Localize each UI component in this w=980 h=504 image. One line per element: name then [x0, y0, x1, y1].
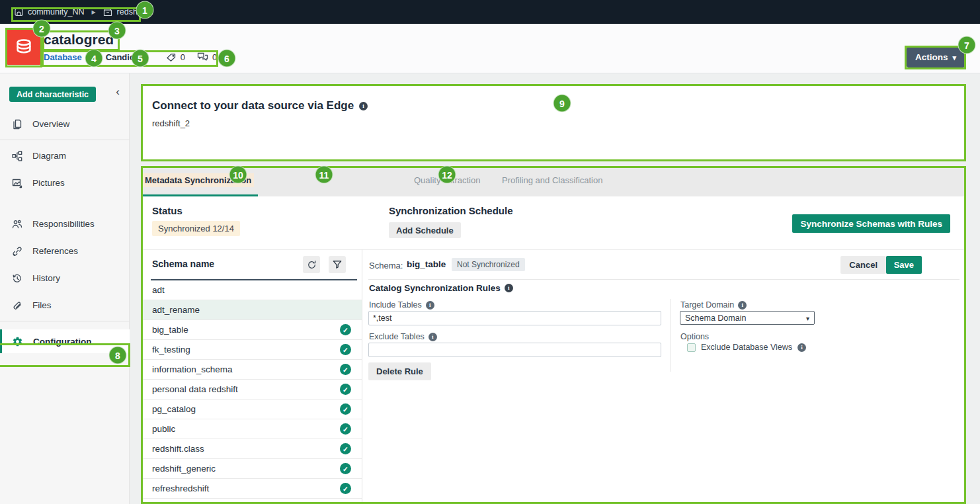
- breadcrumb: community_NN ▶ redshift_2: [15, 7, 153, 17]
- schema-row[interactable]: personal data redshift: [141, 380, 362, 399]
- target-domain-select[interactable]: Schema Domain: [680, 311, 815, 325]
- sidebar-divider: [0, 321, 130, 321]
- caret-down-icon: [952, 52, 956, 62]
- schema-row-name: information_schema: [152, 364, 340, 374]
- info-icon[interactable]: [797, 343, 806, 352]
- info-icon[interactable]: [505, 284, 513, 292]
- document-icon: [12, 119, 22, 130]
- schema-row[interactable]: pg_catalog: [141, 399, 362, 419]
- metadata-sync-panel: Metadata Synchronization Quality extract…: [141, 167, 966, 504]
- schema-row-name: redshift_generic: [152, 464, 340, 474]
- include-tables-label-text: Include Tables: [369, 300, 422, 310]
- add-schedule-button[interactable]: Add Schedule: [389, 222, 461, 238]
- rules-title-text: Catalog Synchronization Rules: [369, 283, 501, 293]
- sidebar-item-files[interactable]: Files: [0, 292, 130, 319]
- sidebar-item-label: History: [32, 273, 60, 283]
- breadcrumb-community[interactable]: community_NN: [28, 7, 84, 17]
- sidebar-item-configuration[interactable]: Configuration: [0, 329, 130, 353]
- sidebar-item-diagram[interactable]: Diagram: [0, 142, 130, 169]
- asset-meta-row: Database Candidate 0 0: [44, 52, 217, 62]
- synchronized-check-icon: [340, 324, 351, 335]
- schema-row[interactable]: adt_rename: [141, 300, 362, 320]
- info-icon[interactable]: [738, 301, 747, 310]
- gear-icon: [12, 336, 23, 347]
- tab-profiling-classification[interactable]: Profiling and Classification: [502, 175, 602, 185]
- schema-row[interactable]: fk_testing: [141, 340, 362, 360]
- schema-row[interactable]: adt: [141, 280, 362, 300]
- include-tables-label: Include Tables: [369, 300, 434, 310]
- sidebar-item-references[interactable]: References: [0, 237, 130, 265]
- schema-row[interactable]: public: [141, 419, 362, 439]
- schema-row-name: adt: [152, 285, 351, 295]
- target-domain-value: Schema Domain: [685, 314, 806, 323]
- schema-row[interactable]: redshift_generic: [141, 459, 362, 479]
- schema-row[interactable]: big_table: [141, 320, 362, 340]
- filter-button[interactable]: [329, 256, 346, 273]
- comment-counter[interactable]: 0: [197, 52, 217, 62]
- actions-button[interactable]: Actions: [907, 47, 965, 67]
- sidebar-item-overview[interactable]: Overview: [0, 110, 130, 138]
- schema-row-name: personal data redshift: [152, 384, 340, 394]
- save-button[interactable]: Save: [886, 256, 922, 274]
- sidebar-item-history[interactable]: History: [0, 265, 130, 292]
- schema-row-name: pg_catalog: [152, 404, 340, 414]
- sidebar-item-label: Configuration: [33, 337, 91, 347]
- comments-icon: [197, 52, 208, 62]
- add-characteristic-button[interactable]: Add characteristic: [9, 87, 96, 102]
- target-domain-label-text: Target Domain: [680, 300, 734, 310]
- exclude-tables-input[interactable]: [368, 343, 661, 357]
- diagram-icon: [12, 151, 22, 161]
- asset-header: catalogred Database Candidate 0 0 Action…: [0, 24, 980, 73]
- picture-icon: [12, 178, 22, 189]
- rules-title: Catalog Synchronization Rules: [369, 283, 513, 293]
- delete-rule-button[interactable]: Delete Rule: [368, 362, 431, 380]
- schema-row[interactable]: redshift.class: [141, 439, 362, 459]
- exclude-views-checkbox[interactable]: [687, 343, 696, 352]
- sync-tabbar: Metadata Synchronization Quality extract…: [141, 167, 966, 196]
- exclude-tables-label-text: Exclude Tables: [369, 332, 425, 341]
- schema-list-heading: Schema name: [152, 259, 214, 269]
- exclude-views-label: Exclude Database Views: [701, 343, 792, 352]
- synchronize-schemas-button[interactable]: Synchronize Schemas with Rules: [792, 214, 950, 233]
- refresh-button[interactable]: [303, 256, 320, 273]
- active-tab-underline: [141, 194, 258, 196]
- sidebar-item-pictures[interactable]: Pictures: [0, 169, 130, 196]
- sidebar-item-label: Overview: [32, 119, 69, 129]
- asset-status-label: Candidate: [106, 52, 147, 62]
- target-domain-label: Target Domain: [680, 300, 747, 310]
- sidebar-item-label: Diagram: [32, 151, 66, 161]
- schema-prefix-label: Schema:: [369, 261, 403, 271]
- sidebar-item-responsibilities[interactable]: Responsibilities: [0, 210, 130, 237]
- edge-panel-title-text: Connect to your data source via Edge: [152, 99, 354, 112]
- synchronized-check-icon: [340, 344, 351, 355]
- column-divider: [362, 249, 362, 504]
- cancel-button[interactable]: Cancel: [840, 256, 886, 274]
- sidebar-item-label: References: [32, 246, 78, 256]
- info-icon[interactable]: [429, 333, 437, 341]
- schema-row-name: refreshredshift: [152, 483, 340, 493]
- collapse-sidebar-icon[interactable]: [111, 85, 124, 101]
- breadcrumb-separator-icon: ▶: [91, 9, 95, 15]
- sidebar-item-label: Files: [32, 300, 52, 310]
- asset-type-link[interactable]: Database: [44, 52, 82, 62]
- exclude-tables-label: Exclude Tables: [369, 332, 437, 341]
- schema-row-name: fk_testing: [152, 345, 340, 355]
- paperclip-icon: [12, 300, 22, 311]
- tab-metadata-synchronization[interactable]: Metadata Synchronization: [142, 173, 254, 187]
- schema-row[interactable]: information_schema: [141, 360, 362, 380]
- schedule-heading: Synchronization Schedule: [389, 205, 513, 216]
- schema-list: adtadt_renamebig_tablefk_testinginformat…: [141, 280, 362, 499]
- rules-column-divider: [671, 299, 671, 372]
- breadcrumb-asset[interactable]: redshift_2: [117, 7, 153, 17]
- synchronized-check-icon: [340, 403, 351, 415]
- sidebar-item-label: Responsibilities: [32, 219, 95, 229]
- schema-row-name: public: [152, 424, 340, 434]
- info-icon[interactable]: [359, 102, 368, 110]
- page-title: catalogred: [44, 32, 114, 48]
- info-icon[interactable]: [426, 301, 434, 310]
- sidebar: Add characteristic Overview Diagram Pict…: [0, 73, 130, 504]
- include-tables-input[interactable]: [368, 311, 661, 325]
- schema-row[interactable]: refreshredshift: [141, 479, 362, 499]
- tab-quality-extraction[interactable]: Quality extraction: [414, 175, 480, 185]
- tag-counter[interactable]: 0: [166, 52, 185, 62]
